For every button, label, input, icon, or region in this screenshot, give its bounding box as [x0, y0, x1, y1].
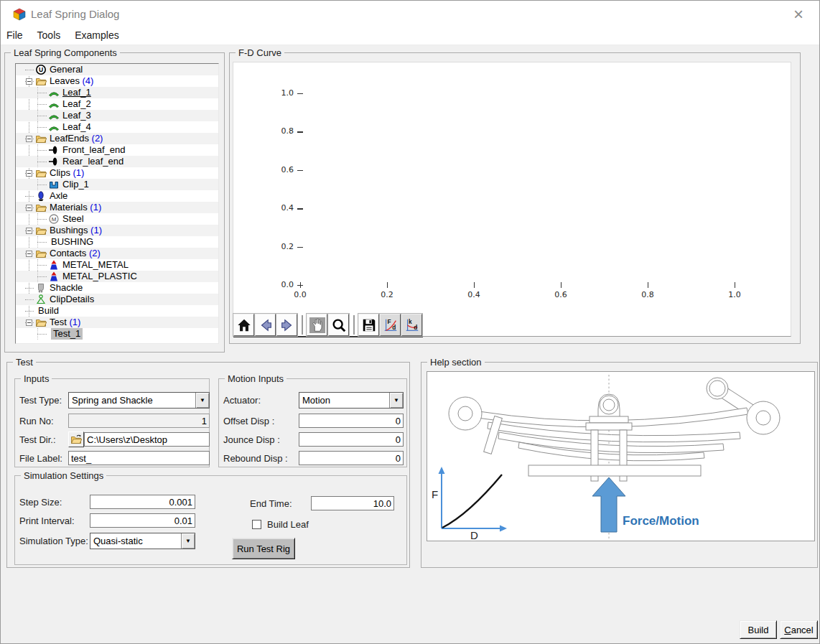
print-interval-field[interactable] [90, 513, 195, 528]
tree-item-leaf_2[interactable]: Leaf_2 [16, 98, 218, 110]
tree-item-general[interactable]: UGeneral [16, 64, 218, 75]
collapse-minus-icon[interactable] [26, 228, 32, 234]
test-dir-field[interactable] [84, 432, 210, 447]
kd-plot-button[interactable]: kd [401, 314, 422, 336]
rebound-disp-field[interactable] [299, 451, 404, 465]
help-group: Help section [421, 362, 818, 568]
leaf-icon [48, 98, 60, 110]
print-interval-label: Print Interval: [19, 515, 75, 526]
collapse-minus-icon[interactable] [26, 205, 32, 211]
tree-item-build[interactable]: Build [16, 305, 218, 317]
menu-examples[interactable]: Examples [67, 28, 126, 44]
tree-item-label: Materials (1) [50, 202, 101, 213]
y-tick-label: 0.4 [266, 203, 294, 213]
tree-item-rear_leaf_end[interactable]: Rear_leaf_end [16, 156, 218, 167]
tree-item-label: BUSHING [51, 236, 93, 248]
tree-item-test[interactable]: Test (1) [16, 317, 218, 328]
tree-item-axle[interactable]: Axle [16, 190, 218, 202]
build-leaf-checkbox[interactable] [252, 520, 261, 529]
x-tick-label: 1.0 [722, 290, 747, 299]
fd-plot-button[interactable]: Fd [380, 314, 401, 336]
forward-icon [279, 317, 295, 333]
tree-item-label: Steel [62, 213, 84, 225]
folder-icon [35, 202, 47, 213]
svg-text:U: U [39, 66, 43, 73]
simulation-type-select[interactable]: Quasi-static ▼ [90, 533, 195, 549]
folder-icon [35, 248, 47, 259]
tree-item-leafends[interactable]: LeafEnds (2) [16, 133, 218, 144]
tree-item-bushings[interactable]: Bushings (1) [16, 225, 218, 236]
tree-item-label: Leaf_1 [62, 87, 91, 98]
chevron-down-icon[interactable]: ▼ [181, 533, 195, 549]
tree-item-leaf_1[interactable]: Leaf_1 [16, 87, 218, 98]
x-tick-mark [561, 282, 562, 288]
tree-item-label: Front_leaf_end [62, 144, 125, 156]
x-tick-mark [387, 282, 388, 288]
tree-item-leaf_4[interactable]: Leaf_4 [16, 121, 218, 133]
back-button[interactable] [255, 314, 276, 336]
actuator-select[interactable]: Motion ▼ [299, 392, 404, 409]
tree-item-count: (4) [80, 75, 94, 86]
browse-folder-button[interactable] [68, 431, 84, 447]
menu-file[interactable]: File [1, 28, 30, 44]
forward-button[interactable] [276, 314, 297, 336]
collapse-minus-icon[interactable] [26, 319, 32, 326]
tree-connector-stub [37, 162, 47, 162]
test-type-select[interactable]: Spring and Shackle ▼ [68, 392, 210, 409]
tree-item-test_1[interactable]: Test_1 [16, 328, 218, 340]
tree-item-clips[interactable]: Clips (1) [16, 167, 218, 179]
zoom-button[interactable] [328, 314, 349, 336]
save-button[interactable] [358, 314, 379, 336]
tree-connector-stub [25, 196, 34, 197]
tree-item-label: Test (1) [50, 317, 80, 328]
actuator-label: Actuator: [223, 395, 261, 406]
offset-disp-field[interactable] [299, 414, 404, 428]
collapse-minus-icon[interactable] [26, 136, 32, 142]
tree-item-steel[interactable]: MSteel [16, 213, 218, 225]
inputs-group-title: Inputs [21, 373, 52, 384]
y-tick-label: 0.2 [266, 242, 294, 251]
menu-tools[interactable]: Tools [30, 28, 68, 44]
motion-inputs-group: Motion Inputs Actuator: Motion ▼ Offset … [218, 378, 407, 467]
components-tree: UGeneralLeaves (4)Leaf_1Leaf_2Leaf_3Leaf… [15, 63, 219, 344]
tree-item-count: (1) [70, 167, 85, 178]
tree-item-label: Test_1 [51, 328, 83, 340]
chevron-down-icon[interactable]: ▼ [389, 393, 403, 408]
end-time-field[interactable] [311, 496, 394, 510]
tree-item-label: Clip_1 [62, 179, 89, 190]
run-test-rig-button[interactable]: Run Test Rig [232, 538, 295, 559]
plot-toolbar: Fdkd [233, 314, 423, 337]
tree-item-count: (1) [67, 317, 81, 327]
tree-item-metal_metal[interactable]: METAL_METAL [16, 259, 218, 271]
home-button[interactable] [233, 314, 254, 336]
leaf-spring-dialog-window: Leaf Spring Dialog × FileToolsExamples L… [0, 0, 820, 644]
file-label-field[interactable] [68, 451, 210, 465]
tree-item-front_leaf_end[interactable]: Front_leaf_end [16, 144, 218, 156]
tree-item-bushing[interactable]: BUSHING [16, 236, 218, 248]
collapse-minus-icon[interactable] [26, 251, 32, 257]
tree-item-leaf_3[interactable]: Leaf_3 [16, 110, 218, 121]
collapse-minus-icon[interactable] [26, 170, 32, 177]
build-button[interactable]: Build [740, 620, 777, 639]
open-folder-icon [70, 434, 82, 445]
svg-text:d: d [392, 325, 396, 331]
cancel-button[interactable]: Cancel [780, 620, 818, 639]
tree-item-clip_1[interactable]: Clip_1 [16, 179, 218, 190]
back-icon [258, 317, 274, 333]
tree-item-contacts[interactable]: Contacts (2) [16, 248, 218, 259]
tree-item-shackle[interactable]: Shackle [16, 282, 218, 294]
step-size-field[interactable] [90, 495, 195, 509]
close-icon[interactable]: × [793, 4, 803, 24]
help-diagram: F D Force/Motion [427, 371, 815, 541]
collapse-minus-icon[interactable] [26, 78, 32, 85]
tree-item-metal_plastic[interactable]: METAL_PLASTIC [16, 271, 218, 282]
jounce-disp-field[interactable] [299, 432, 404, 447]
force-arrow [592, 477, 625, 532]
tree-item-materials[interactable]: Materials (1) [16, 202, 218, 213]
tree-item-leaves[interactable]: Leaves (4) [16, 75, 218, 87]
chevron-down-icon[interactable]: ▼ [195, 393, 209, 408]
tree-item-clipdetails[interactable]: ClipDetails [16, 294, 218, 305]
pan-button[interactable] [307, 314, 327, 336]
y-tick-label: 1.0 [266, 88, 294, 98]
step-size-label: Step Size: [19, 497, 62, 508]
